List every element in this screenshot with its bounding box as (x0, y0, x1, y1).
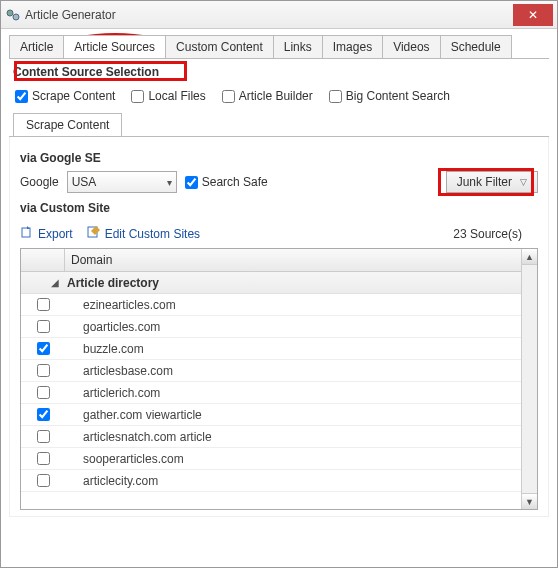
google-country-select[interactable]: USA ▾ (67, 171, 177, 193)
article-builder-label: Article Builder (239, 89, 313, 103)
svg-point-0 (7, 10, 13, 16)
chevron-down-icon: ▾ (167, 177, 172, 188)
table-header: Domain (21, 249, 521, 272)
custom-tools-row: Export Edit Custom Sites 23 Source(s) (20, 221, 538, 248)
table-row[interactable]: gather.com viewarticle (21, 404, 521, 426)
tab-article-sources[interactable]: Article Sources (63, 35, 166, 58)
edit-custom-sites-button[interactable]: Edit Custom Sites (87, 225, 200, 242)
close-button[interactable]: ✕ (513, 4, 553, 26)
subtab-strip: Scrape Content (9, 113, 549, 137)
tab-images[interactable]: Images (322, 35, 383, 58)
tab-custom-content[interactable]: Custom Content (165, 35, 274, 58)
scrape-panel: via Google SE Google USA ▾ Search Safe J… (9, 137, 549, 517)
window: Article Generator ✕ ArticleArticle Sourc… (0, 0, 558, 568)
row-domain: articlecity.com (65, 474, 521, 488)
table-row[interactable]: articlesbase.com (21, 360, 521, 382)
row-checkbox[interactable] (37, 430, 50, 443)
table-row[interactable]: articlerich.com (21, 382, 521, 404)
search-safe-label: Search Safe (202, 175, 268, 189)
edit-icon (87, 225, 101, 242)
row-checkbox[interactable] (37, 408, 50, 421)
tab-links[interactable]: Links (273, 35, 323, 58)
export-button[interactable]: Export (20, 225, 73, 242)
row-checkbox[interactable] (37, 452, 50, 465)
row-checkbox[interactable] (37, 364, 50, 377)
window-title: Article Generator (25, 8, 513, 22)
article-builder-checkbox[interactable]: Article Builder (222, 89, 313, 103)
row-domain: gather.com viewarticle (65, 408, 521, 422)
table-row[interactable]: sooperarticles.com (21, 448, 521, 470)
row-checkbox[interactable] (37, 298, 50, 311)
collapse-icon: ◢ (21, 277, 65, 288)
table-row[interactable]: buzzle.com (21, 338, 521, 360)
row-checkbox[interactable] (37, 320, 50, 333)
sources-count: 23 Source(s) (453, 227, 538, 241)
row-domain: goarticles.com (65, 320, 521, 334)
row-domain: ezinearticles.com (65, 298, 521, 312)
table-row[interactable]: ezinearticles.com (21, 294, 521, 316)
tab-article[interactable]: Article (9, 35, 64, 58)
tab-schedule[interactable]: Schedule (440, 35, 512, 58)
dropdown-icon: ▽ (520, 177, 527, 187)
table-body: Domain ◢ Article directory ezinearticles… (21, 249, 521, 509)
row-checkbox[interactable] (37, 342, 50, 355)
row-domain: sooperarticles.com (65, 452, 521, 466)
domain-table: Domain ◢ Article directory ezinearticles… (20, 248, 538, 510)
table-row[interactable]: goarticles.com (21, 316, 521, 338)
subtab-scrape-content[interactable]: Scrape Content (13, 113, 122, 136)
header-check-col (21, 249, 65, 271)
google-row: Google USA ▾ Search Safe Junk Filter ▽ (20, 171, 538, 193)
local-files-checkbox[interactable]: Local Files (131, 89, 205, 103)
search-safe-checkbox[interactable]: Search Safe (185, 175, 268, 189)
svg-point-1 (13, 14, 19, 20)
row-domain: articlesbase.com (65, 364, 521, 378)
scroll-down-icon[interactable]: ▼ (522, 493, 537, 509)
via-custom-heading: via Custom Site (20, 201, 538, 215)
window-body: ArticleArticle SourcesCustom ContentLink… (1, 29, 557, 525)
big-content-search-checkbox[interactable]: Big Content Search (329, 89, 450, 103)
category-label: Article directory (65, 276, 159, 290)
google-country-value: USA (72, 175, 97, 189)
google-label: Google (20, 175, 59, 189)
row-domain: buzzle.com (65, 342, 521, 356)
row-checkbox[interactable] (37, 386, 50, 399)
row-domain: articlesnatch.com article (65, 430, 521, 444)
header-domain: Domain (65, 249, 521, 271)
svg-rect-2 (22, 228, 30, 237)
tab-videos[interactable]: Videos (382, 35, 440, 58)
category-row[interactable]: ◢ Article directory (21, 272, 521, 294)
vertical-scrollbar[interactable]: ▲ ▼ (521, 249, 537, 509)
scroll-up-icon[interactable]: ▲ (522, 249, 537, 265)
big-content-search-label: Big Content Search (346, 89, 450, 103)
table-row[interactable]: articlecity.com (21, 470, 521, 492)
junk-filter-label: Junk Filter (457, 175, 512, 189)
close-icon: ✕ (528, 8, 538, 22)
scrape-content-checkbox[interactable]: Scrape Content (15, 89, 115, 103)
via-google-heading: via Google SE (20, 151, 538, 165)
source-checks: Scrape Content Local Files Article Build… (9, 83, 549, 113)
export-icon (20, 225, 34, 242)
scrape-content-label: Scrape Content (32, 89, 115, 103)
junk-filter-button[interactable]: Junk Filter ▽ (446, 171, 538, 193)
row-checkbox[interactable] (37, 474, 50, 487)
table-row[interactable]: articlesnatch.com article (21, 426, 521, 448)
titlebar: Article Generator ✕ (1, 1, 557, 29)
local-files-label: Local Files (148, 89, 205, 103)
gears-icon (5, 7, 21, 23)
content-source-selection-title: Content Source Selection (9, 59, 549, 83)
tabs-top: ArticleArticle SourcesCustom ContentLink… (9, 35, 549, 59)
row-domain: articlerich.com (65, 386, 521, 400)
